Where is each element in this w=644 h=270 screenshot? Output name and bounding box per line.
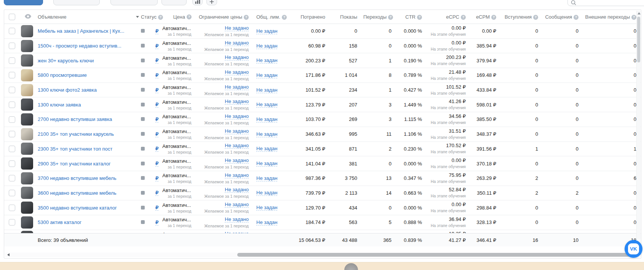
ad-name-link[interactable]: 5300 актив каталог — [38, 219, 133, 225]
price-limit-link[interactable]: Не задано — [225, 54, 249, 60]
price-limit-link[interactable]: Не задано — [225, 69, 249, 75]
row-checkbox[interactable] — [9, 190, 15, 196]
currency-link[interactable]: ₽ — [155, 219, 158, 226]
total-limit-link[interactable]: Не задан — [256, 160, 277, 167]
price-limit-link[interactable]: Не задано — [225, 172, 249, 178]
ad-thumbnail[interactable] — [21, 69, 33, 81]
filter-dropdown-1[interactable] — [53, 0, 100, 5]
search-input[interactable] — [576, 0, 637, 6]
ad-name-link[interactable]: 5800 просмотревшие — [38, 72, 133, 78]
total-limit-link[interactable]: Не задан — [256, 57, 277, 64]
ad-thumbnail[interactable] — [21, 98, 33, 111]
price-limit-link[interactable]: Не задано — [225, 113, 249, 119]
price-limit-link[interactable]: Не задано — [225, 98, 249, 105]
help-icon[interactable] — [244, 15, 249, 20]
ad-name-link[interactable]: 1500ч - просмотр недавно вступив... — [38, 43, 133, 49]
ad-name-link[interactable]: Мебель на заказ | Архангельск | Кух... — [38, 28, 133, 34]
price-limit-link[interactable]: Не задано — [225, 84, 249, 90]
currency-link[interactable]: ₽ — [155, 57, 158, 64]
total-limit-link[interactable]: Не задан — [256, 72, 277, 78]
help-icon[interactable] — [533, 15, 538, 20]
ad-thumbnail[interactable] — [21, 113, 33, 125]
help-icon[interactable] — [631, 15, 636, 20]
col-header-external[interactable]: Внешние переходы — [585, 14, 630, 20]
horizontal-scrollbar[interactable] — [5, 253, 636, 257]
ad-thumbnail[interactable] — [21, 25, 33, 37]
total-limit-link[interactable]: Не задан — [256, 87, 277, 93]
col-header-ctr[interactable]: CTR — [405, 14, 415, 20]
col-header-clicks[interactable]: Переходы — [363, 14, 387, 20]
filter-dropdown-3[interactable] — [161, 0, 187, 5]
total-limit-link[interactable]: Не задан — [256, 175, 277, 181]
col-header-price[interactable]: Цена — [173, 14, 185, 20]
ad-name-link[interactable]: 3600 недавно вступившие мебель — [38, 190, 133, 196]
ad-thumbnail[interactable] — [21, 172, 33, 184]
filter-dropdown-2[interactable] — [110, 0, 158, 5]
ad-thumbnail[interactable] — [21, 202, 33, 214]
currency-link[interactable]: ₽ — [155, 190, 158, 196]
currency-link[interactable]: ₽ — [155, 175, 158, 181]
col-header-price-limit[interactable]: Ограничение цены — [199, 14, 242, 20]
row-checkbox[interactable] — [9, 219, 15, 226]
currency-link[interactable]: ₽ — [155, 72, 158, 78]
col-header-total-limit[interactable]: Общ. лим. — [256, 14, 280, 20]
row-checkbox[interactable] — [9, 116, 15, 123]
ad-thumbnail[interactable] — [21, 40, 33, 52]
price-limit-link[interactable]: Не задано — [225, 187, 249, 193]
sort-desc-icon[interactable] — [136, 16, 139, 18]
ad-thumbnail[interactable] — [21, 216, 33, 229]
price-limit-link[interactable]: Не задано — [225, 157, 249, 164]
col-header-messages[interactable]: Сообщения — [545, 14, 572, 20]
add-button[interactable] — [206, 0, 217, 5]
ad-name-link[interactable]: 2700 недавно вступивши заявка — [38, 116, 133, 122]
row-checkbox[interactable] — [9, 57, 15, 64]
ad-thumbnail[interactable] — [21, 54, 33, 67]
row-checkbox[interactable] — [9, 102, 15, 108]
help-icon[interactable] — [282, 15, 287, 20]
ad-thumbnail[interactable] — [21, 143, 33, 155]
currency-link[interactable]: ₽ — [155, 102, 158, 108]
scroll-up-arrow-icon[interactable] — [638, 12, 641, 14]
total-limit-link[interactable]: Не задан — [256, 43, 277, 49]
total-limit-link[interactable]: Не задан — [256, 102, 277, 108]
help-icon[interactable] — [461, 15, 466, 20]
ad-name-link[interactable]: 3500 недавно вступившие каталог — [38, 205, 133, 211]
vertical-scroll-thumb[interactable] — [637, 17, 640, 62]
vertical-scrollbar[interactable] — [636, 11, 641, 239]
help-icon[interactable] — [491, 15, 496, 20]
help-icon[interactable] — [574, 15, 578, 20]
vk-messenger-badge[interactable]: VK — [625, 240, 642, 258]
row-checkbox[interactable] — [9, 175, 15, 181]
total-limit-link[interactable]: Не задан — [256, 219, 277, 226]
col-header-ecpc[interactable]: eCPC — [446, 14, 459, 20]
help-icon[interactable] — [187, 14, 192, 19]
ad-thumbnail[interactable] — [21, 157, 33, 170]
scroll-left-arrow-icon[interactable] — [7, 253, 10, 256]
price-limit-link[interactable]: Не задано — [225, 40, 249, 46]
currency-link[interactable]: ₽ — [155, 205, 158, 211]
currency-link[interactable]: ₽ — [155, 116, 158, 122]
row-checkbox[interactable] — [9, 43, 15, 49]
help-icon[interactable] — [388, 15, 393, 20]
ad-name-link[interactable]: жен 30+ карусель ключи — [38, 58, 133, 64]
row-checkbox[interactable] — [9, 87, 15, 93]
row-checkbox[interactable] — [9, 146, 15, 152]
currency-link[interactable]: ₽ — [155, 87, 158, 93]
ad-name-link[interactable]: 1300 ключи заявка — [38, 102, 133, 108]
currency-link[interactable]: ₽ — [155, 28, 158, 34]
ad-name-link[interactable]: 2100 35+ топ участники карусель — [38, 131, 133, 137]
price-limit-link[interactable]: Не задано — [225, 25, 249, 31]
col-header-ecpm[interactable]: eCPM — [476, 14, 490, 20]
ad-thumbnail[interactable] — [21, 128, 33, 140]
row-checkbox[interactable] — [9, 131, 15, 137]
total-limit-link[interactable]: Не задан — [256, 131, 277, 137]
ad-name-link[interactable]: 1300 ключи фото2 заявка — [38, 87, 133, 93]
price-limit-link[interactable]: Не задано — [225, 128, 249, 134]
total-limit-link[interactable]: Не задан — [256, 146, 277, 152]
total-limit-link[interactable]: Не задан — [256, 116, 277, 122]
select-all-checkbox[interactable] — [9, 14, 15, 20]
price-limit-link[interactable]: Не задано — [225, 216, 249, 222]
currency-link[interactable]: ₽ — [155, 131, 158, 137]
ad-thumbnail[interactable] — [21, 84, 33, 96]
total-limit-link[interactable]: Не задан — [256, 28, 277, 34]
